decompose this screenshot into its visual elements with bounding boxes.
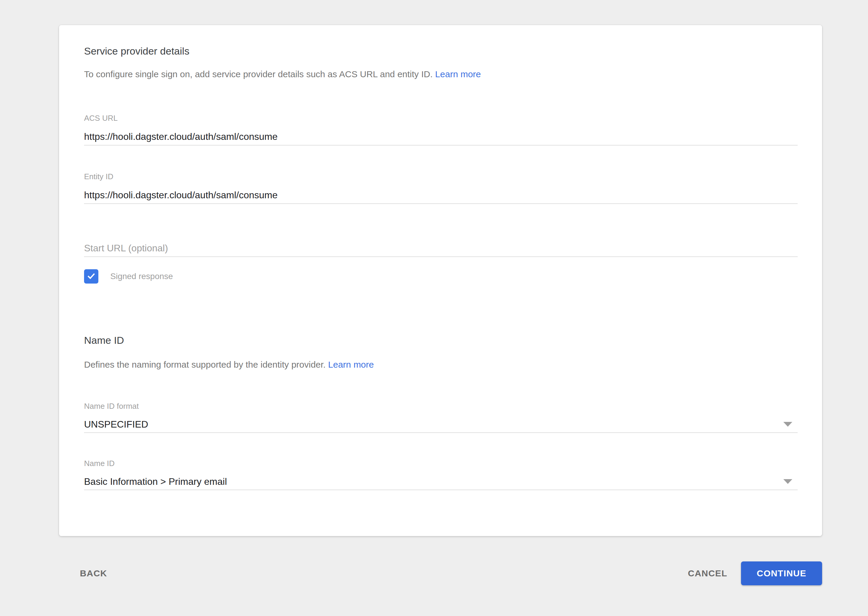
acs-url-label: ACS URL <box>84 113 797 123</box>
chevron-down-icon <box>783 422 792 427</box>
service-provider-details-card: Service provider details To configure si… <box>59 25 822 536</box>
start-url-input[interactable] <box>84 243 797 257</box>
chevron-down-icon <box>783 479 792 484</box>
entity-id-label: Entity ID <box>84 172 797 181</box>
section-title-service-provider: Service provider details <box>84 44 797 58</box>
learn-more-link-service-provider[interactable]: Learn more <box>435 69 481 79</box>
name-id-format-value: UNSPECIFIED <box>84 419 148 430</box>
section-title-name-id: Name ID <box>84 333 797 347</box>
checkmark-icon <box>86 271 96 282</box>
name-id-description-text: Defines the naming format supported by t… <box>84 360 325 369</box>
signed-response-checkbox[interactable] <box>84 269 98 284</box>
learn-more-link-name-id[interactable]: Learn more <box>328 360 374 369</box>
signed-response-label: Signed response <box>110 272 173 281</box>
service-provider-description: To configure single sign on, add service… <box>84 68 797 80</box>
cancel-button[interactable]: CANCEL <box>688 568 727 578</box>
name-id-select[interactable]: Basic Information > Primary email <box>84 476 797 490</box>
entity-id-input[interactable] <box>84 190 797 204</box>
name-id-format-select[interactable]: UNSPECIFIED <box>84 419 797 433</box>
continue-button[interactable]: CONTINUE <box>741 561 822 585</box>
footer-action-bar: BACK CANCEL CONTINUE <box>59 561 822 585</box>
back-button[interactable]: BACK <box>80 568 107 578</box>
name-id-format-label: Name ID format <box>84 401 797 411</box>
name-id-description: Defines the naming format supported by t… <box>84 358 797 371</box>
signed-response-row: Signed response <box>84 269 797 284</box>
acs-url-input[interactable] <box>84 132 797 146</box>
service-provider-description-text: To configure single sign on, add service… <box>84 69 433 79</box>
name-id-value: Basic Information > Primary email <box>84 476 227 487</box>
name-id-label: Name ID <box>84 459 797 468</box>
